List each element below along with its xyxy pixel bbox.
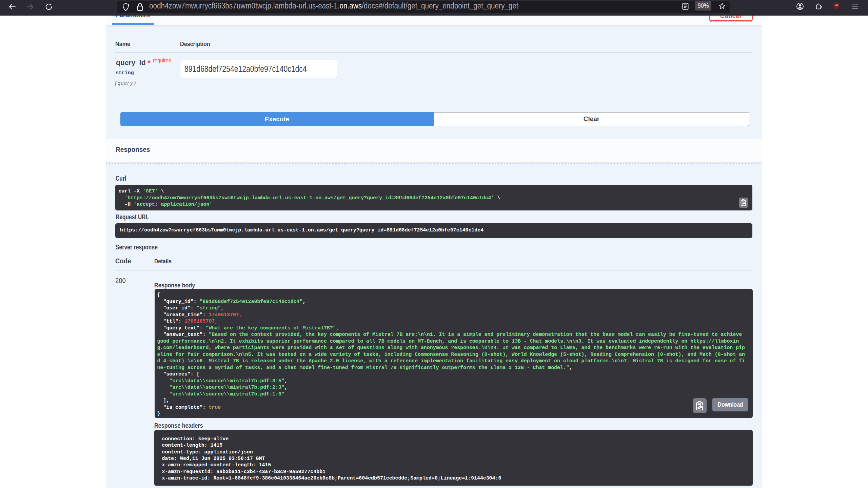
svg-text:uO: uO — [835, 4, 838, 6]
